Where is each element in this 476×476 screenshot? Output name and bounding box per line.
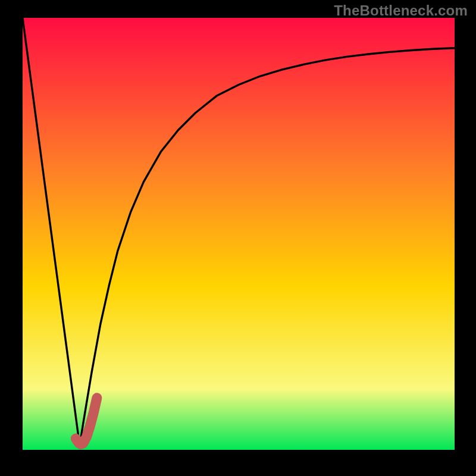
chart-frame: TheBottleneck.com — [0, 0, 476, 476]
watermark-text: TheBottleneck.com — [334, 2, 468, 19]
plot-background — [23, 18, 455, 450]
bottleneck-plot — [0, 0, 476, 476]
